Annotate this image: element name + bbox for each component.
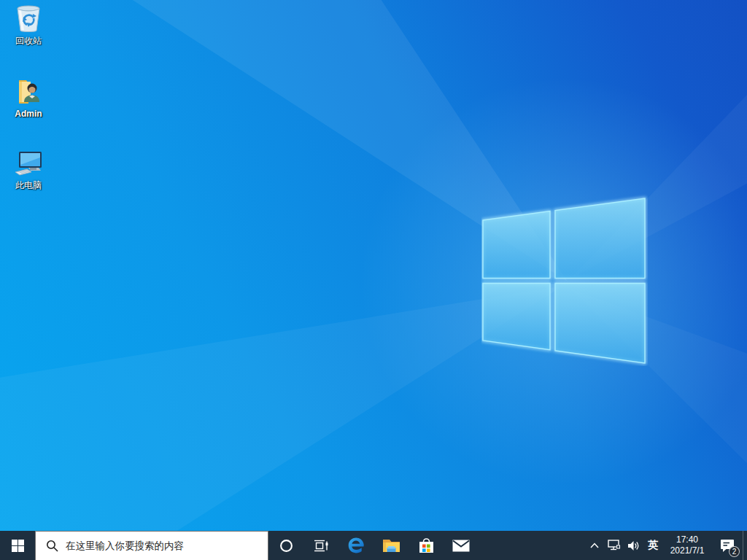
cortana-icon — [279, 539, 293, 553]
taskbar-app-cortana[interactable] — [268, 531, 303, 560]
windows-logo-wallpaper — [481, 194, 648, 366]
taskbar-search[interactable] — [35, 531, 268, 560]
recycle-bin-icon — [14, 4, 43, 34]
ime-language-label: 英 — [648, 539, 658, 552]
ime-language-indicator[interactable]: 英 — [643, 531, 662, 560]
search-input[interactable] — [66, 540, 255, 551]
user-folder-icon — [14, 77, 43, 106]
task-view-icon — [314, 540, 328, 552]
taskbar-app-task-view[interactable] — [303, 531, 338, 560]
desktop-icon-label: 回收站 — [15, 36, 42, 46]
taskbar-clock[interactable]: 17:40 2021/7/1 — [662, 531, 712, 560]
taskbar-app-mail[interactable] — [444, 531, 479, 560]
action-center-button[interactable]: 2 — [712, 531, 743, 560]
desktop-icon-this-pc[interactable]: 此电脑 — [1, 149, 55, 190]
this-pc-icon — [14, 149, 43, 178]
network-status-button[interactable] — [604, 531, 624, 560]
desktop-icon-admin-folder[interactable]: Admin — [1, 77, 55, 119]
microsoft-store-icon — [418, 537, 435, 554]
taskbar: 英 17:40 2021/7/1 2 — [0, 531, 747, 560]
windows-desktop: 回收站 Admin — [0, 0, 747, 560]
mail-icon — [452, 540, 470, 552]
show-hidden-icons-button[interactable] — [585, 531, 604, 560]
clock-time: 17:40 — [676, 534, 698, 545]
chevron-up-icon — [590, 542, 599, 548]
desktop-icon-label: 此电脑 — [15, 180, 42, 190]
desktop-wallpaper — [0, 0, 747, 560]
taskbar-app-store[interactable] — [409, 531, 444, 560]
volume-button[interactable] — [624, 531, 643, 560]
desktop-icon-recycle-bin[interactable]: 回收站 — [1, 4, 55, 46]
notification-badge: 2 — [729, 546, 740, 557]
taskbar-app-file-explorer[interactable] — [374, 531, 409, 560]
wired-network-icon — [608, 540, 621, 551]
desktop-icon-label: Admin — [15, 109, 42, 119]
windows-start-icon — [12, 540, 24, 552]
show-desktop-button[interactable] — [743, 531, 747, 560]
taskbar-app-edge[interactable] — [338, 531, 374, 560]
clock-date: 2021/7/1 — [670, 545, 705, 556]
speaker-volume-icon — [627, 540, 640, 551]
search-icon — [46, 540, 58, 552]
start-button[interactable] — [0, 531, 35, 560]
edge-icon — [347, 537, 365, 554]
system-tray: 英 17:40 2021/7/1 2 — [585, 531, 747, 560]
file-explorer-icon — [382, 538, 400, 553]
